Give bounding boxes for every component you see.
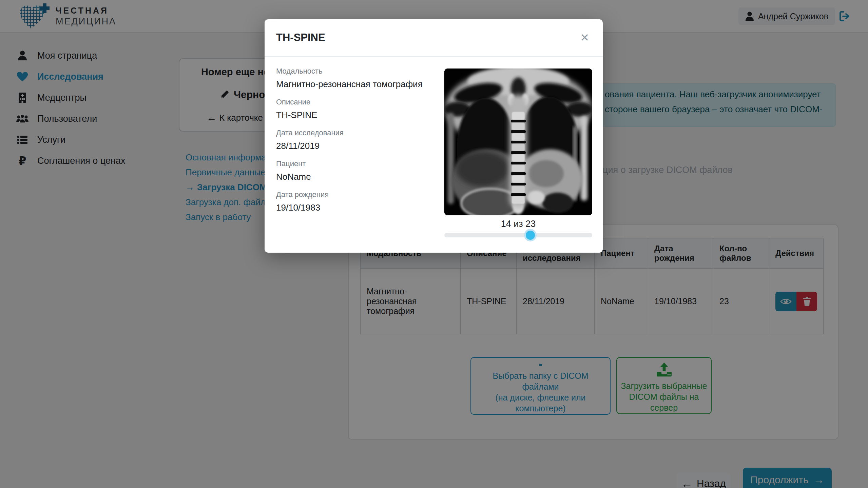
field-value-study-date: 28/11/2019: [276, 140, 425, 152]
field-value-patient: NoName: [276, 171, 425, 183]
modal-header: TH-SPINE ✕: [265, 19, 603, 57]
series-meta-fields: Модальность Магнитно-резонансная томогра…: [276, 67, 425, 214]
field-label: Дата рождения: [276, 190, 425, 199]
mri-slice-image: [444, 69, 592, 215]
slice-counter: 14 из 23: [444, 219, 592, 229]
field-label: Дата исследования: [276, 129, 425, 137]
field-value-birth-date: 19/10/1983: [276, 201, 425, 214]
field-label: Пациент: [276, 159, 425, 168]
field-value-description: TH-SPINE: [276, 109, 425, 121]
close-icon[interactable]: ✕: [578, 32, 591, 43]
slice-slider-thumb[interactable]: [524, 229, 537, 241]
field-value-modality: Магнитно-резонансная томография: [276, 78, 425, 91]
slice-slider-track[interactable]: [444, 233, 592, 237]
field-label: Описание: [276, 98, 425, 106]
modal-title: TH-SPINE: [276, 32, 325, 44]
app-root: ЧЕСТНАЯ МЕДИЦИНА Андрей Суржиков Мо: [0, 0, 868, 488]
series-preview-modal: TH-SPINE ✕ Модальность Магнитно-резонанс…: [265, 19, 603, 253]
field-label: Модальность: [276, 67, 425, 76]
